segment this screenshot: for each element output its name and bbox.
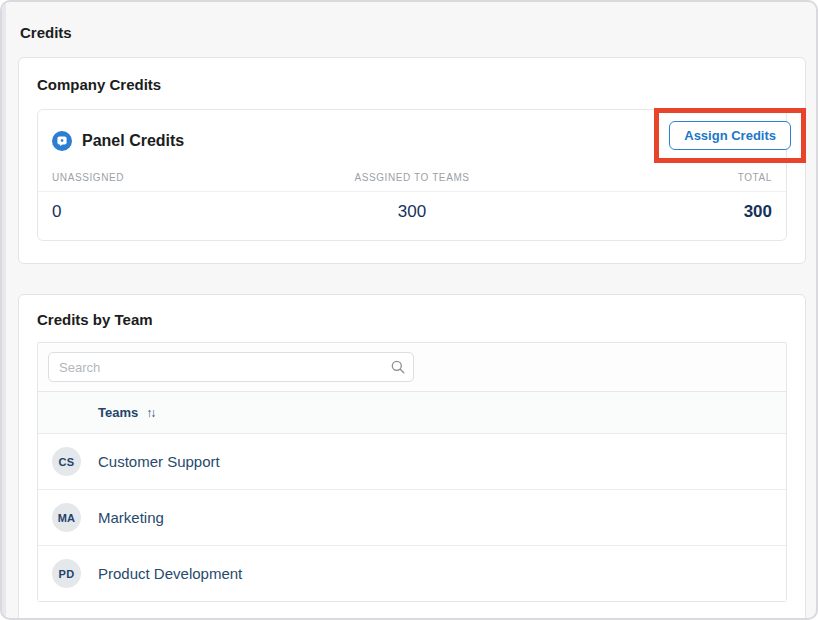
credits-page: Credits Company Credits Panel Credits — [0, 0, 818, 620]
content-area: Credits Company Credits Panel Credits — [2, 2, 816, 620]
team-name: Product Development — [98, 565, 242, 582]
avatar: MA — [52, 503, 81, 532]
search-field-wrap — [48, 352, 414, 382]
total-value: 300 — [532, 202, 772, 222]
avatar: CS — [52, 447, 81, 476]
unassigned-label: UNASSIGNED — [52, 172, 292, 183]
assign-credits-button[interactable]: Assign Credits — [669, 121, 791, 150]
table-row-product-development[interactable]: PD Product Development — [38, 545, 786, 601]
teams-column-header[interactable]: Teams ↑↓ — [38, 391, 786, 433]
unassigned-value: 0 — [52, 202, 292, 222]
total-label: TOTAL — [532, 172, 772, 183]
panel-credits-box: Panel Credits Assign Credits UNASSIGNED … — [37, 109, 787, 241]
company-credits-heading: Company Credits — [37, 76, 787, 93]
table-row-marketing[interactable]: MA Marketing — [38, 489, 786, 545]
search-row — [38, 343, 786, 391]
credit-stats-labels: UNASSIGNED ASSGINED TO TEAMS TOTAL — [38, 158, 786, 192]
credit-stats-values: 0 300 300 — [38, 192, 786, 240]
teams-header-label: Teams — [98, 405, 138, 420]
panel-credits-icon — [52, 131, 72, 151]
sort-icon: ↑↓ — [146, 406, 154, 420]
credits-by-team-heading: Credits by Team — [37, 311, 787, 328]
left-edge-strip — [2, 2, 6, 618]
assigned-to-teams-label: ASSGINED TO TEAMS — [292, 172, 532, 183]
annotation-highlight: Assign Credits — [654, 108, 806, 163]
table-row-customer-support[interactable]: CS Customer Support — [38, 433, 786, 489]
team-name: Customer Support — [98, 453, 220, 470]
company-credits-card: Company Credits Panel Credits Assign Cre… — [18, 57, 806, 264]
team-name: Marketing — [98, 509, 164, 526]
panel-credits-title: Panel Credits — [82, 132, 184, 150]
page-title: Credits — [20, 24, 806, 41]
search-input[interactable] — [48, 352, 414, 382]
panel-credits-header: Panel Credits Assign Credits — [38, 110, 786, 158]
credits-by-team-card: Credits by Team Teams — [18, 294, 806, 620]
teams-table: Teams ↑↓ CS Customer Support MA Marketin… — [37, 342, 787, 602]
avatar: PD — [52, 559, 81, 588]
assigned-to-teams-value: 300 — [292, 202, 532, 222]
